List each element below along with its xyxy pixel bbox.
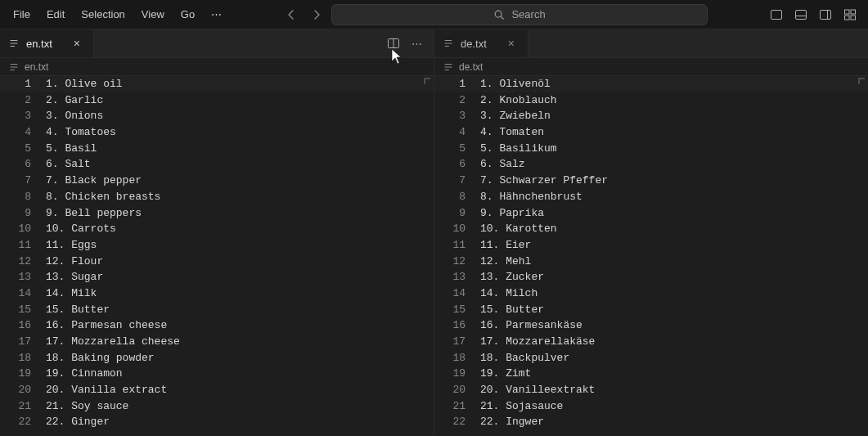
code-line[interactable]: 1919. Cinnamon (0, 366, 434, 382)
code-line[interactable]: 99. Paprika (434, 205, 868, 222)
code-line[interactable]: 1414. Milk (0, 285, 434, 302)
code-line[interactable]: 2121. Sojasauce (434, 398, 868, 415)
line-number: 9 (0, 205, 46, 222)
svg-rect-6 (821, 10, 831, 19)
code-line[interactable]: 77. Black pepper (0, 173, 434, 189)
line-content: 13. Zucker (480, 269, 544, 285)
code-line[interactable]: 55. Basil (0, 141, 434, 157)
code-line[interactable]: 22. Knoblauch (434, 92, 868, 109)
code-line[interactable]: 2020. Vanilleextrakt (434, 382, 868, 398)
code-line[interactable]: 77. Schwarzer Pfeffer (434, 173, 868, 189)
line-number: 3 (0, 108, 46, 124)
code-line[interactable]: 66. Salz (434, 156, 868, 173)
svg-rect-9 (851, 10, 856, 14)
line-number: 7 (0, 173, 46, 189)
code-line[interactable]: 1212. Mehl (434, 254, 868, 270)
code-line[interactable]: 1818. Baking powder (0, 350, 434, 366)
search-placeholder: Search (511, 8, 545, 20)
breadcrumb-left[interactable]: en.txt (0, 58, 434, 76)
breadcrumb-right[interactable]: de.txt (434, 58, 868, 76)
menu-view[interactable]: View (135, 5, 171, 24)
code-line[interactable]: 88. Hähnchenbrust (434, 189, 868, 205)
tab-label: en.txt (26, 38, 52, 50)
code-line[interactable]: 99. Bell peppers (0, 205, 434, 222)
line-number: 2 (434, 92, 480, 109)
code-line[interactable]: 1010. Carrots (0, 221, 434, 237)
line-number: 3 (434, 108, 480, 124)
line-content: 9. Paprika (480, 205, 544, 222)
line-number: 12 (0, 254, 46, 270)
menu-file[interactable]: File (7, 5, 37, 24)
line-number: 14 (0, 285, 46, 302)
code-line[interactable]: 44. Tomatoes (0, 124, 434, 141)
tab-en-txt[interactable]: en.txt × (0, 29, 94, 57)
title-bar: File Edit Selection View Go ⋯ Search (0, 0, 868, 29)
code-line[interactable]: 1818. Backpulver (434, 350, 868, 366)
close-icon[interactable]: × (59, 37, 85, 50)
minimap-left[interactable] (424, 78, 430, 84)
code-line[interactable]: 1010. Karotten (434, 221, 868, 237)
code-line[interactable]: 33. Onions (0, 108, 434, 124)
code-area-right[interactable]: 11. Olivenöl22. Knoblauch33. Zwiebeln44.… (434, 76, 868, 436)
code-line[interactable]: 1111. Eier (434, 237, 868, 254)
close-icon[interactable]: × (493, 37, 519, 50)
editor-area: en.txt × ⋯ en.txt 11. Olive oil22. Garli… (0, 29, 868, 436)
menu-go[interactable]: Go (174, 5, 201, 24)
code-line[interactable]: 22. Garlic (0, 92, 434, 109)
line-number: 15 (0, 302, 46, 318)
code-line[interactable]: 1515. Butter (0, 302, 434, 318)
line-number: 17 (434, 334, 480, 350)
code-line[interactable]: 1515. Butter (434, 302, 868, 318)
code-line[interactable]: 1616. Parmesan cheese (0, 317, 434, 334)
code-line[interactable]: 11. Olive oil (0, 76, 434, 92)
code-line[interactable]: 1414. Milch (434, 285, 868, 302)
nav-forward-icon[interactable] (310, 8, 323, 21)
file-icon (8, 61, 20, 73)
toggle-panel-icon[interactable] (794, 8, 807, 21)
tab-actions-left: ⋯ (377, 29, 434, 57)
code-line[interactable]: 66. Salt (0, 156, 434, 173)
toggle-secondary-sidebar-icon[interactable] (819, 8, 832, 21)
code-area-left[interactable]: 11. Olive oil22. Garlic33. Onions44. Tom… (0, 76, 434, 436)
code-line[interactable]: 2020. Vanilla extract (0, 382, 434, 398)
menu-more[interactable]: ⋯ (205, 5, 228, 24)
line-content: 9. Bell peppers (46, 205, 142, 222)
line-content: 18. Backpulver (480, 350, 569, 366)
code-line[interactable]: 33. Zwiebeln (434, 108, 868, 124)
customize-layout-icon[interactable] (843, 8, 857, 21)
code-line[interactable]: 88. Chicken breasts (0, 189, 434, 205)
toggle-primary-sidebar-icon[interactable] (770, 8, 783, 21)
code-line[interactable]: 1717. Mozzarella cheese (0, 334, 434, 350)
code-line[interactable]: 44. Tomaten (434, 124, 868, 141)
code-line[interactable]: 55. Basilikum (434, 141, 868, 157)
line-number: 18 (0, 350, 46, 366)
code-line[interactable]: 1919. Zimt (434, 366, 868, 382)
line-number: 5 (434, 141, 480, 157)
code-line[interactable]: 1616. Parmesankäse (434, 317, 868, 334)
split-editor-icon[interactable] (387, 37, 400, 50)
line-number: 1 (434, 76, 480, 92)
minimap-right[interactable] (858, 78, 865, 84)
code-line[interactable]: 1717. Mozzarellakäse (434, 334, 868, 350)
code-line[interactable]: 11. Olivenöl (434, 76, 868, 92)
tab-label: de.txt (461, 38, 487, 50)
code-line[interactable]: 1313. Sugar (0, 269, 434, 285)
line-content: 17. Mozzarellakäse (480, 334, 595, 350)
file-icon (8, 38, 20, 49)
line-content: 21. Soy sauce (46, 398, 128, 415)
line-content: 16. Parmesan cheese (46, 317, 167, 334)
code-line[interactable]: 1313. Zucker (434, 269, 868, 285)
more-actions-icon[interactable]: ⋯ (412, 38, 424, 50)
code-line[interactable]: 2222. Ingwer (434, 414, 868, 430)
code-line[interactable]: 1212. Flour (0, 254, 434, 270)
menu-selection[interactable]: Selection (74, 5, 131, 24)
code-line[interactable]: 2222. Ginger (0, 414, 434, 430)
nav-back-icon[interactable] (286, 8, 299, 21)
command-center-search[interactable]: Search (331, 4, 708, 25)
editor-group-left: en.txt × ⋯ en.txt 11. Olive oil22. Garli… (0, 29, 434, 436)
menu-edit[interactable]: Edit (40, 5, 71, 24)
line-content: 13. Sugar (46, 269, 103, 285)
code-line[interactable]: 1111. Eggs (0, 237, 434, 254)
code-line[interactable]: 2121. Soy sauce (0, 398, 434, 415)
tab-de-txt[interactable]: de.txt × (434, 29, 528, 57)
